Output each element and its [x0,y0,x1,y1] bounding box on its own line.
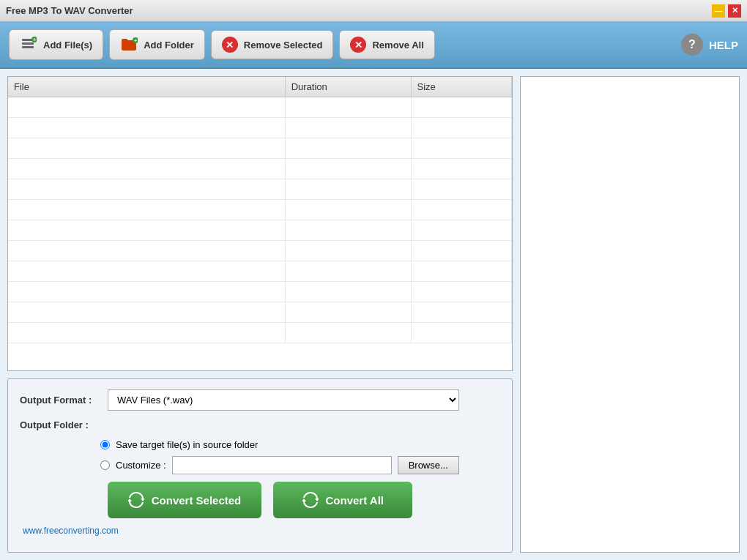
customize-row: Customize : Browse... [100,456,500,474]
remove-selected-button[interactable]: ✕ Remove Selected [211,30,334,59]
svg-text:+: + [134,38,137,43]
table-row[interactable] [8,118,512,138]
file-table: File Duration Size [8,77,512,343]
save-source-radio-row: Save target file(s) in source folder [100,439,500,450]
settings-panel: Output Format : WAV Files (*.wav) Output… [7,378,513,553]
add-files-button[interactable]: + Add File(s) [9,29,103,60]
table-row[interactable] [8,261,512,282]
table-header-row: File Duration Size [8,77,512,97]
minimize-button[interactable]: — [712,4,725,18]
svg-text:+: + [33,37,36,42]
customize-radio[interactable] [100,460,110,470]
table-row[interactable] [8,323,512,343]
add-files-icon: + [20,36,37,53]
help-button[interactable]: ? HELP [681,34,738,56]
customize-path-input[interactable] [172,456,392,474]
save-source-radio[interactable] [100,440,110,449]
remove-all-icon: ✕ [350,37,366,53]
convert-buttons-row: Convert Selected Convert All [20,482,500,523]
output-format-label: Output Format : [20,395,100,406]
table-row[interactable] [8,220,512,241]
table-row[interactable] [8,302,512,323]
svg-rect-1 [22,42,34,45]
format-select[interactable]: WAV Files (*.wav) [108,389,459,411]
convert-all-icon [302,492,319,508]
help-label: HELP [709,39,738,51]
title-bar: Free MP3 To WAV Converter — ✕ [0,0,747,22]
convert-all-label: Convert All [326,494,384,507]
add-folder-label: Add Folder [144,40,194,51]
help-icon: ? [681,34,703,56]
table-row[interactable] [8,159,512,179]
remove-selected-label: Remove Selected [244,40,323,51]
convert-selected-label: Convert Selected [152,494,242,507]
convert-selected-button[interactable]: Convert Selected [108,482,262,518]
table-row[interactable] [8,97,512,118]
convert-all-button[interactable]: Convert All [273,482,412,518]
add-files-label: Add File(s) [43,40,92,51]
table-row[interactable] [8,138,512,159]
remove-all-label: Remove All [372,40,423,51]
customize-label[interactable]: Customize : [116,460,166,471]
add-folder-icon: + [120,36,138,53]
col-header-file: File [8,77,285,97]
footer-link[interactable]: www.freeconverting.com [20,523,500,542]
table-row[interactable] [8,179,512,200]
table-row[interactable] [8,241,512,261]
output-format-row: Output Format : WAV Files (*.wav) [20,389,500,411]
file-table-body [8,97,512,343]
content-area: File Duration Size [0,69,747,560]
table-row[interactable] [8,282,512,302]
col-header-duration: Duration [285,77,411,97]
close-button[interactable]: ✕ [728,4,741,18]
title-buttons: — ✕ [712,4,741,18]
left-panel: File Duration Size [7,76,513,553]
remove-all-button[interactable]: ✕ Remove All [339,30,434,59]
main-window: + Add File(s) + Add Folder ✕ Remove Sele… [0,22,747,560]
browse-button[interactable]: Browse... [398,456,459,474]
convert-selected-icon [128,492,144,508]
table-row[interactable] [8,200,512,220]
output-folder-row: Output Folder : [20,419,500,430]
col-header-size: Size [411,77,512,97]
file-table-container: File Duration Size [7,76,513,371]
save-source-label[interactable]: Save target file(s) in source folder [116,439,258,450]
app-title: Free MP3 To WAV Converter [6,5,133,16]
remove-selected-icon: ✕ [222,37,238,53]
add-folder-button[interactable]: + Add Folder [109,29,205,60]
svg-rect-2 [22,46,34,48]
output-folder-label: Output Folder : [20,419,100,430]
right-panel [520,76,740,553]
toolbar: + Add File(s) + Add Folder ✕ Remove Sele… [0,22,747,69]
